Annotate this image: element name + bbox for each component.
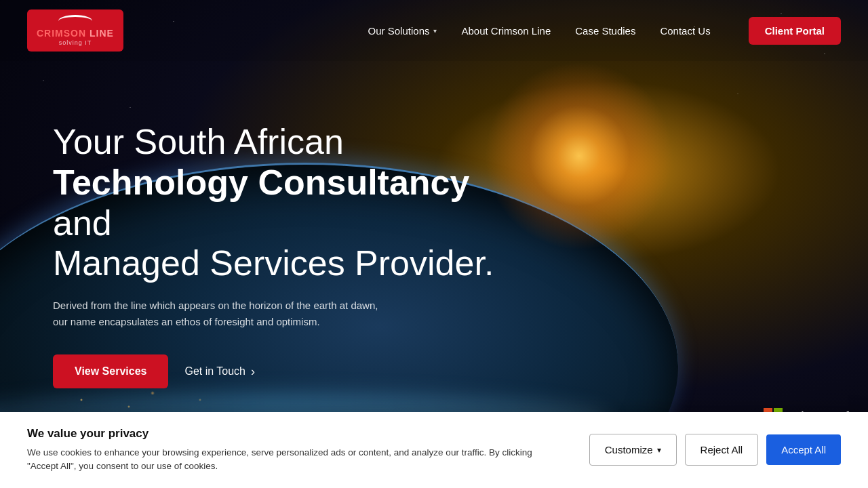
- logo-tagline: solving IT: [59, 39, 92, 46]
- nav-item-about[interactable]: About Crimson Line: [461, 25, 551, 37]
- hero-subtitle: Derived from the line which appears on t…: [53, 298, 385, 330]
- hero-buttons: View Services Get in Touch ›: [53, 354, 528, 388]
- logo-area[interactable]: CRIMSON LINE solving IT: [27, 9, 123, 52]
- view-services-button[interactable]: View Services: [53, 354, 168, 388]
- main-nav: Our Solutions ▾ About Crimson Line Case …: [368, 17, 841, 45]
- hero-title-line4: Managed Services Provider.: [53, 243, 494, 283]
- hero-title-and: and: [53, 203, 112, 243]
- cookie-title: We value your privacy: [27, 427, 562, 441]
- logo-box: CRIMSON LINE solving IT: [27, 9, 123, 52]
- nav-item-contact[interactable]: Contact Us: [660, 25, 710, 37]
- hero-title: Your South African Technology Consultanc…: [53, 122, 528, 284]
- hero-content: Your South African Technology Consultanc…: [53, 122, 528, 388]
- get-in-touch-button[interactable]: Get in Touch ›: [184, 365, 255, 379]
- nav-item-case-studies[interactable]: Case Studies: [575, 25, 635, 37]
- cookie-actions: Customize ▾ Reject All Accept All: [589, 434, 841, 466]
- cookie-body: We use cookies to enhance your browsing …: [27, 446, 562, 474]
- hero-title-bold: Technology Consultancy: [53, 163, 469, 202]
- chevron-down-icon: ▾: [657, 445, 661, 455]
- cookie-text-area: We value your privacy We use cookies to …: [27, 427, 562, 474]
- logo-brand-name: CRIMSON LINE: [37, 28, 114, 38]
- chevron-down-icon: ▾: [433, 27, 437, 35]
- client-portal-button[interactable]: Client Portal: [749, 17, 841, 45]
- arrow-right-icon: ›: [251, 365, 255, 379]
- hero-title-line1: Your South African: [53, 122, 344, 161]
- site-header: CRIMSON LINE solving IT Our Solutions ▾ …: [0, 0, 868, 61]
- reject-all-button[interactable]: Reject All: [685, 434, 759, 466]
- accept-all-button[interactable]: Accept All: [766, 434, 841, 465]
- customize-button[interactable]: Customize ▾: [589, 434, 677, 466]
- logo-arc-icon: [58, 15, 92, 27]
- cookie-banner: We value your privacy We use cookies to …: [0, 412, 868, 489]
- nav-item-solutions[interactable]: Our Solutions ▾: [368, 25, 437, 37]
